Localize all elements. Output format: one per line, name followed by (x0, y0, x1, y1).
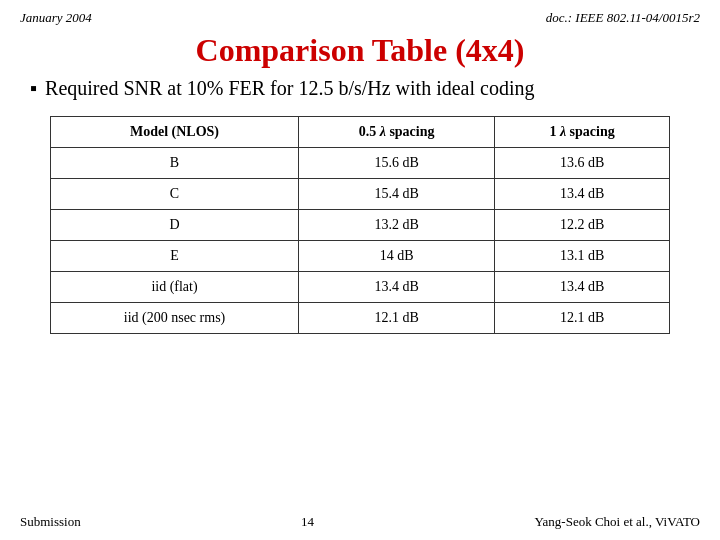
table-header-row: Model (NLOS) 0.5 λ spacing 1 λ spacing (51, 117, 670, 148)
table-row: iid (200 nsec rms)12.1 dB12.1 dB (51, 303, 670, 334)
footer-right: Yang-Seok Choi et al., ViVATO (535, 514, 700, 530)
col-spacing-one: 1 λ spacing (495, 117, 670, 148)
footer: Submission 14 Yang-Seok Choi et al., ViV… (0, 504, 720, 540)
table-row: D13.2 dB12.2 dB (51, 210, 670, 241)
comparison-table: Model (NLOS) 0.5 λ spacing 1 λ spacing B… (50, 116, 670, 334)
bullet: ▪ (30, 77, 37, 100)
cell-5-2: 12.1 dB (495, 303, 670, 334)
cell-3-2: 13.1 dB (495, 241, 670, 272)
col-spacing-half: 0.5 λ spacing (299, 117, 495, 148)
cell-4-2: 13.4 dB (495, 272, 670, 303)
cell-3-0: E (51, 241, 299, 272)
header: January 2004 doc.: IEEE 802.11-04/0015r2 (0, 0, 720, 30)
subtitle-text: Required SNR at 10% FER for 12.5 b/s/Hz … (45, 75, 534, 102)
col-model: Model (NLOS) (51, 117, 299, 148)
cell-0-2: 13.6 dB (495, 148, 670, 179)
cell-0-0: B (51, 148, 299, 179)
cell-3-1: 14 dB (299, 241, 495, 272)
cell-2-0: D (51, 210, 299, 241)
cell-4-0: iid (flat) (51, 272, 299, 303)
cell-2-1: 13.2 dB (299, 210, 495, 241)
cell-0-1: 15.6 dB (299, 148, 495, 179)
cell-2-2: 12.2 dB (495, 210, 670, 241)
table-row: C15.4 dB13.4 dB (51, 179, 670, 210)
page-title: Comparison Table (4x4) (0, 32, 720, 69)
table-row: E14 dB13.1 dB (51, 241, 670, 272)
footer-left: Submission (20, 514, 81, 530)
footer-center: 14 (301, 514, 314, 530)
cell-4-1: 13.4 dB (299, 272, 495, 303)
cell-5-1: 12.1 dB (299, 303, 495, 334)
table-row: B15.6 dB13.6 dB (51, 148, 670, 179)
table-container: Model (NLOS) 0.5 λ spacing 1 λ spacing B… (0, 116, 720, 334)
subtitle: ▪ Required SNR at 10% FER for 12.5 b/s/H… (0, 75, 720, 102)
table-row: iid (flat)13.4 dB13.4 dB (51, 272, 670, 303)
header-left: January 2004 (20, 10, 92, 26)
header-right: doc.: IEEE 802.11-04/0015r2 (546, 10, 700, 26)
cell-1-2: 13.4 dB (495, 179, 670, 210)
cell-1-0: C (51, 179, 299, 210)
cell-1-1: 15.4 dB (299, 179, 495, 210)
cell-5-0: iid (200 nsec rms) (51, 303, 299, 334)
